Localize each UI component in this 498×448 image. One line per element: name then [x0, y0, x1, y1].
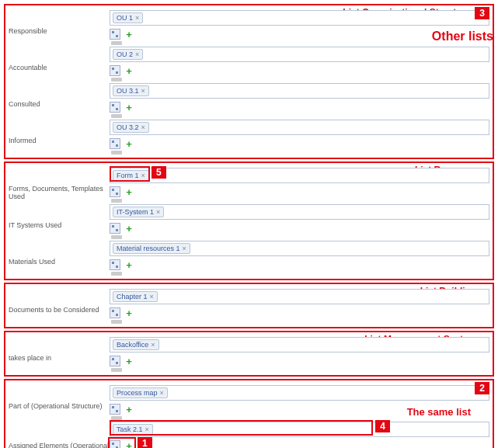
tag-remove-icon[interactable]: ×: [150, 293, 154, 300]
row-label: Forms, Documents, Templates Used: [9, 166, 110, 200]
row-label: Consulted: [9, 82, 110, 108]
panel-management-systems: List Management Systems takes place in B…: [4, 331, 494, 377]
tree-picker-icon[interactable]: [110, 223, 120, 234]
tag-text: OU 3.1: [117, 87, 139, 95]
tree-picker-icon[interactable]: [110, 186, 120, 197]
add-icon[interactable]: +: [124, 356, 134, 366]
tag[interactable]: Backoffice×: [113, 339, 159, 350]
tree-picker-icon[interactable]: [110, 307, 120, 318]
tag-text: Material resources 1: [117, 245, 180, 252]
callout-3: 3: [475, 7, 489, 19]
tag-field[interactable]: OU 1×: [110, 10, 489, 26]
tag-remove-icon[interactable]: ×: [135, 50, 139, 58]
row-it-systems: IT Systems Used IT-System 1× +: [9, 203, 489, 239]
row-label: Informed: [9, 118, 110, 144]
add-icon[interactable]: +: [124, 307, 134, 318]
row-label: Accountable: [9, 45, 110, 71]
tag[interactable]: IT-System 1×: [113, 207, 164, 217]
drag-handle-icon[interactable]: [111, 151, 122, 155]
tag-text: Task 2.1: [117, 425, 143, 433]
drag-handle-icon[interactable]: [111, 272, 122, 276]
tree-picker-icon[interactable]: [110, 65, 120, 76]
tag-field[interactable]: IT-System 1×: [110, 204, 489, 220]
tree-picker-icon[interactable]: [110, 259, 120, 270]
tag-field[interactable]: Task 2.1×: [110, 422, 489, 437]
tag[interactable]: OU 1×: [113, 12, 143, 23]
tree-picker-icon[interactable]: [110, 102, 120, 113]
tag-text: IT-System 1: [117, 208, 154, 216]
add-icon[interactable]: +: [124, 65, 134, 76]
row-forms: Forms, Documents, Templates Used 5 Form …: [9, 166, 489, 203]
tag-field[interactable]: OU 3.1×: [110, 83, 489, 99]
tag-text: Backoffice: [117, 341, 148, 349]
tag-field[interactable]: OU 2×: [110, 47, 489, 62]
row-accountable: Accountable OU 2× +: [9, 45, 489, 82]
tag-remove-icon[interactable]: ×: [141, 172, 145, 179]
tag[interactable]: OU 3.1×: [113, 85, 149, 96]
add-icon[interactable]: +: [124, 223, 134, 234]
row-part-of: Part of (Operational Structure) Process …: [9, 384, 489, 420]
row-label: Assigned Elements (Operational Structure…: [9, 420, 110, 448]
tag-text: OU 2: [117, 50, 133, 58]
tag-remove-icon[interactable]: ×: [145, 425, 149, 433]
tree-picker-icon[interactable]: [110, 29, 120, 40]
tag-remove-icon[interactable]: ×: [151, 341, 155, 349]
tree-picker-icon[interactable]: [110, 138, 120, 149]
row-label: IT Systems Used: [9, 203, 110, 229]
add-icon[interactable]: +: [124, 404, 134, 415]
panel-resources: List Resources Forms, Documents, Templat…: [4, 161, 494, 280]
side-label-other-lists: Other lists: [432, 30, 493, 43]
callout-1: 1: [138, 437, 152, 448]
tag-text: OU 1: [117, 14, 133, 22]
tag[interactable]: Material resources 1×: [113, 243, 190, 254]
tag-remove-icon[interactable]: ×: [183, 245, 186, 252]
tag-field[interactable]: Form 1×: [110, 168, 489, 183]
tag-field[interactable]: Material resources 1×: [110, 241, 489, 256]
tag-field[interactable]: OU 3.2×: [110, 120, 489, 135]
row-toolbar: +: [110, 185, 489, 200]
add-icon[interactable]: +: [124, 102, 134, 113]
tag-remove-icon[interactable]: ×: [156, 208, 160, 216]
row-label: Responsible: [9, 9, 110, 35]
tree-picker-icon[interactable]: [110, 440, 120, 448]
tag-field[interactable]: Process map×: [110, 385, 489, 401]
row-label: takes place in: [9, 335, 110, 362]
row-label: Part of (Operational Structure): [9, 384, 110, 410]
drag-handle-icon[interactable]: [111, 320, 122, 324]
callout-5: 5: [151, 166, 166, 179]
callout-2: 2: [475, 382, 489, 394]
drag-handle-icon[interactable]: [111, 368, 122, 372]
add-icon[interactable]: +: [124, 440, 134, 448]
tag[interactable]: Task 2.1×: [113, 424, 153, 435]
panel-operational-structure: 2 The same list (Operational Structure) …: [4, 379, 494, 448]
add-icon[interactable]: +: [124, 186, 134, 197]
row-label: Documents to be Considered: [9, 287, 110, 314]
tag[interactable]: OU 2×: [113, 49, 143, 60]
tag-remove-icon[interactable]: ×: [160, 389, 164, 397]
panel-org-structure: List Organizational Structure 3 Responsi…: [4, 4, 494, 159]
tag-remove-icon[interactable]: ×: [141, 123, 145, 131]
tree-picker-icon[interactable]: [110, 356, 120, 366]
tag[interactable]: Process map×: [113, 387, 168, 398]
row-toolbar: +: [110, 354, 489, 370]
tag-remove-icon[interactable]: ×: [141, 87, 145, 95]
tag-field[interactable]: Chapter 1×: [110, 289, 489, 304]
row-toolbar: +: [110, 100, 489, 116]
tag-remove-icon[interactable]: ×: [135, 14, 139, 22]
tag[interactable]: Form 1×: [113, 170, 149, 181]
row-assigned-elements: Assigned Elements (Operational Structure…: [9, 420, 489, 448]
tag[interactable]: OU 3.2×: [113, 122, 149, 133]
add-icon[interactable]: +: [124, 259, 134, 270]
row-toolbar: +: [110, 402, 489, 418]
add-icon[interactable]: +: [124, 29, 134, 40]
row-documents-considered: Documents to be Considered Chapter 1× +: [9, 287, 489, 324]
tag-field[interactable]: Backoffice×: [110, 337, 489, 352]
row-toolbar: +: [110, 137, 489, 152]
row-takes-place-in: takes place in Backoffice× +: [9, 335, 489, 372]
tree-picker-icon[interactable]: [110, 404, 120, 415]
callout-4: 4: [375, 420, 390, 432]
row-toolbar: +: [110, 221, 489, 237]
add-icon[interactable]: +: [124, 138, 134, 149]
tag-text: OU 3.2: [117, 123, 139, 131]
tag[interactable]: Chapter 1×: [113, 291, 158, 302]
